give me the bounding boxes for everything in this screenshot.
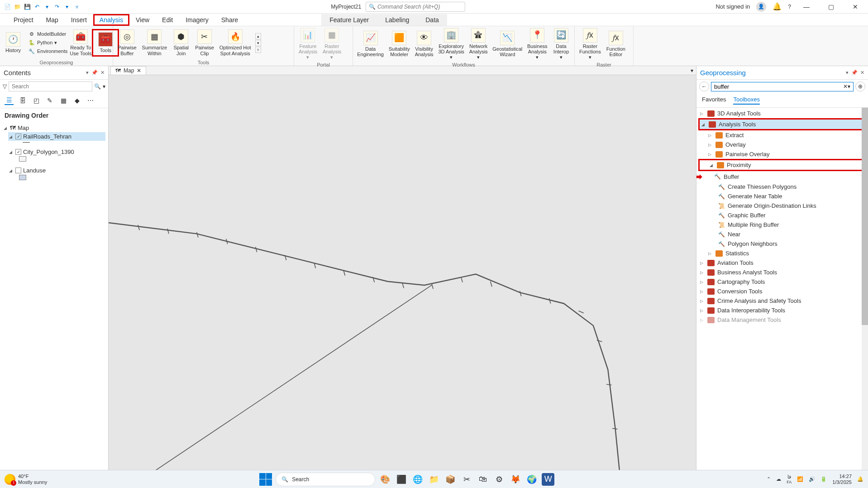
toolbox-crime[interactable]: ▷Crime Analysis and Safety Tools [698,296,866,306]
business-button[interactable]: 📍Business Analysis▾ [525,27,550,61]
avatar-icon[interactable]: 👤 [756,2,766,12]
gallery-down-icon[interactable]: ▾ [255,40,261,46]
collapse-icon[interactable]: ◢ [9,134,14,139]
tool-multi-ring[interactable]: 📜Multiple Ring Buffer [698,220,866,230]
firefox-icon[interactable]: 🦊 [509,473,522,486]
list-labeling-icon[interactable]: ◆ [72,96,81,105]
tool-near-table[interactable]: 🔨Generate Near Table [698,191,866,201]
wifi-icon[interactable]: 📶 [797,476,803,482]
gallery-up-icon[interactable]: ▴ [255,33,261,39]
network-button[interactable]: 🛣Network Analysis▾ [467,27,490,61]
suitability-button[interactable]: 🟧Suitability Modeler [386,30,412,58]
list-editing-icon[interactable]: ✎ [45,96,54,105]
redo-icon[interactable]: ↷ [53,3,61,10]
start-button[interactable] [259,473,272,486]
close-tab-icon[interactable]: ✕ [137,67,141,74]
notifications-icon[interactable]: 🔔 [857,476,863,482]
visibility-checkbox[interactable]: ✓ [15,149,21,155]
toolbox-data-interop[interactable]: ▷Data Interoperability Tools [698,306,866,315]
pairwise-buffer-button[interactable]: ◎Pairwise Buffer [115,29,139,57]
expand-icon[interactable]: ▷ [700,318,705,322]
tab-project[interactable]: Project [7,14,40,26]
history-button[interactable]: 🕐History [2,31,24,54]
modelbuilder-button[interactable]: ⚙ModelBuilder [26,30,69,38]
toc-layer-landuse[interactable]: ◢Landuse [8,166,105,175]
back-button[interactable]: ← [699,81,709,91]
tab-view[interactable]: View [129,14,156,26]
summarize-within-button[interactable]: ▦Summarize Within [139,29,170,57]
toolbox-cartography[interactable]: ▷Cartography Tools [698,277,866,287]
collapse-icon[interactable]: ◢ [9,168,14,173]
undo-dropdown-icon[interactable]: ▾ [43,3,51,10]
help-button[interactable]: ? [788,4,791,10]
layer-symbol[interactable] [19,156,26,162]
tool-graphic-buffer[interactable]: 🔨Graphic Buffer [698,211,866,220]
data-engineering-button[interactable]: 📈Data Engineering [355,30,386,58]
close-button[interactable]: ✕ [846,0,864,14]
expand-icon[interactable]: ▷ [708,152,713,157]
visibility-button[interactable]: 👁Visibility Analysis [412,30,436,58]
raster-analysis-button[interactable]: ▦Raster Analysis▾ [320,27,344,61]
tool-polygon-neighbors[interactable]: 🔨Polygon Neighbors [698,239,866,249]
clear-icon[interactable]: ✕ [843,83,848,90]
environments-button[interactable]: 🔧Environments [26,48,69,56]
gallery-more-icon[interactable]: ▿ [255,47,261,53]
save-project-icon[interactable]: 💾 [24,3,31,10]
tab-map[interactable]: Map [40,14,65,26]
toolset-pairwise-overlay[interactable]: ▷Pairwise Overlay [698,149,866,159]
arcgis-icon[interactable]: 🌍 [525,473,538,486]
tray-chevron-icon[interactable]: ⌃ [767,476,771,482]
tab-analysis[interactable]: Analysis [93,14,129,26]
pane-close-icon[interactable]: ✕ [100,70,105,76]
list-selection-icon[interactable]: ◰ [32,96,41,105]
pane-close-icon[interactable]: ✕ [860,70,864,76]
raster-functions-button[interactable]: 𝑓xRaster Functions▾ [577,27,604,61]
new-project-icon[interactable]: 📄 [4,3,11,10]
expand-icon[interactable]: ▷ [708,251,713,256]
tool-od-links[interactable]: 📜Generate Origin-Destination Links [698,201,866,211]
command-search-input[interactable] [377,4,462,10]
list-more-icon[interactable]: ⋯ [86,96,95,105]
toc-layer-city[interactable]: ◢✓City_Polygon_1390 [8,148,105,156]
exploratory-button[interactable]: 🏢Exploratory 3D Analysis▾ [436,27,467,61]
chevron-down-icon[interactable]: ▾ [848,83,850,90]
word-icon[interactable]: W [542,473,554,486]
gp-tab-favorites[interactable]: Favorites [702,96,726,105]
layer-symbol[interactable] [23,142,30,143]
command-search[interactable]: 🔍 [366,2,465,12]
taskbar-app-icon[interactable]: 🎨 [379,473,391,486]
signin-label[interactable]: Not signed in [715,3,750,10]
taskbar-search[interactable]: 🔍Search [276,473,375,486]
tool-near[interactable]: 🔨Near [698,230,866,239]
toolbox-conversion[interactable]: ▷Conversion Tools [698,287,866,296]
tab-edit[interactable]: Edit [156,14,179,26]
contents-search-input[interactable] [9,81,92,91]
undo-icon[interactable]: ↶ [33,3,41,10]
gp-search-field[interactable]: ✕ ▾ [711,82,854,91]
taskbar-app-icon[interactable]: 📦 [444,473,457,486]
geostat-button[interactable]: 📉Geostatistical Wizard [490,30,525,58]
taskbar-app-icon[interactable]: ✂ [460,473,473,486]
toolbox-aviation[interactable]: ▷Aviation Tools [698,258,866,268]
pane-menu-icon[interactable]: ▾ [86,70,89,76]
list-snapping-icon[interactable]: ▦ [59,96,68,105]
expand-icon[interactable]: ▷ [700,299,705,303]
expand-icon[interactable]: ▷ [708,143,713,147]
data-interop-button[interactable]: 🔄Data Interop▾ [550,27,572,61]
battery-icon[interactable]: 🔋 [820,476,827,482]
taskbar-app-icon[interactable]: ⚙ [493,473,506,486]
map-tab[interactable]: 🗺Map✕ [110,66,146,75]
scrollbar-thumb[interactable] [862,108,868,325]
expand-icon[interactable]: ▷ [700,308,705,313]
pane-pin-icon[interactable]: 📌 [851,70,858,76]
notification-icon[interactable]: 🔔 [773,2,782,11]
gp-tab-toolboxes[interactable]: Toolboxes [733,96,760,105]
list-source-icon[interactable]: 🗄 [18,96,27,105]
expand-icon[interactable]: ▷ [708,133,713,138]
search-icon[interactable]: 🔍 [94,83,101,90]
collapse-icon[interactable]: ◢ [9,150,14,154]
store-icon[interactable]: 🛍 [477,473,489,486]
add-button[interactable]: ⊕ [855,81,865,91]
collapse-icon[interactable]: ◢ [4,126,8,130]
explorer-icon[interactable]: 📁 [428,473,440,486]
